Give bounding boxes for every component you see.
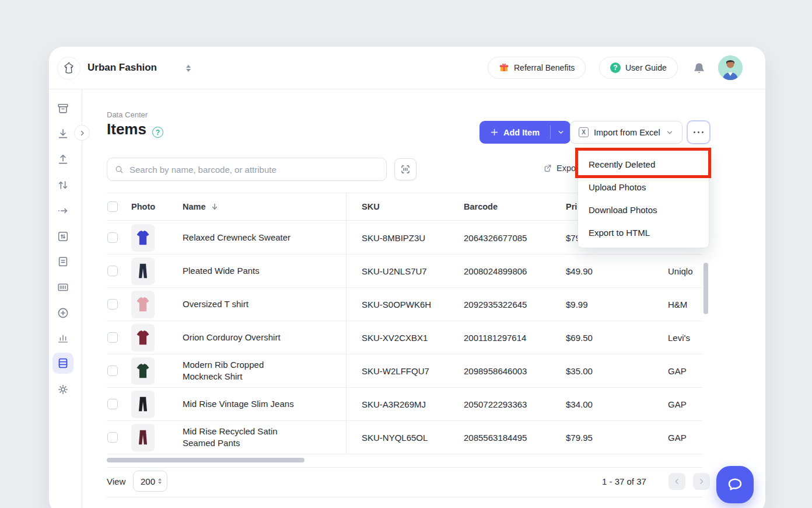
row-checkbox[interactable] bbox=[107, 399, 118, 409]
company-switcher[interactable] bbox=[185, 62, 192, 74]
item-name: Oversized T shirt bbox=[183, 288, 296, 321]
search-input[interactable] bbox=[130, 165, 379, 175]
menu-item-download-photos[interactable]: Download Photos bbox=[578, 199, 709, 221]
stack-icon bbox=[57, 357, 69, 370]
gear-icon bbox=[57, 383, 69, 396]
row-checkbox[interactable] bbox=[107, 366, 118, 376]
item-price: $9.99 bbox=[566, 288, 588, 321]
more-actions-menu: Recently Deleted Upload Photos Download … bbox=[578, 150, 709, 248]
item-sku: SKU-8MBIPZ3U bbox=[362, 221, 425, 254]
sidebar-item-create[interactable] bbox=[57, 307, 69, 319]
bar-chart-icon bbox=[57, 332, 69, 345]
column-header-barcode[interactable]: Barcode bbox=[464, 193, 498, 220]
caret-down-icon bbox=[186, 69, 191, 72]
column-header-price[interactable]: Pri bbox=[566, 193, 577, 220]
row-checkbox[interactable] bbox=[107, 299, 118, 309]
row-checkbox[interactable] bbox=[107, 266, 118, 276]
export-label: Expo bbox=[556, 163, 576, 173]
chat-widget-button[interactable] bbox=[716, 466, 754, 503]
page-size-select[interactable]: 200 bbox=[133, 471, 167, 492]
item-barcode: 2064326677085 bbox=[464, 221, 527, 254]
chevron-down-icon bbox=[666, 128, 674, 137]
table-row[interactable]: Modern Rib Cropped Mockneck Shirt SKU-W2… bbox=[107, 354, 702, 388]
column-header-photo[interactable]: Photo bbox=[131, 193, 155, 220]
previous-page-button[interactable] bbox=[668, 473, 685, 490]
export-button[interactable]: Expo bbox=[543, 163, 576, 173]
avatar[interactable] bbox=[718, 55, 743, 80]
barcode-icon bbox=[57, 281, 69, 294]
sidebar-item-adjust[interactable] bbox=[57, 230, 69, 243]
import-from-excel-label: Import from Excel bbox=[594, 128, 660, 137]
table-row[interactable]: Oversized T shirt SKU-S0OPWK6H 209293532… bbox=[107, 288, 702, 321]
chat-bubble-icon bbox=[726, 476, 744, 493]
arrow-right-icon bbox=[57, 204, 69, 217]
item-brand: GAP bbox=[668, 388, 687, 420]
add-item-button[interactable]: Add Item bbox=[480, 121, 570, 144]
item-barcode: 2050722293363 bbox=[464, 388, 527, 420]
item-barcode: 2008024899806 bbox=[464, 255, 527, 287]
referral-benefits-label: Referral Benefits bbox=[514, 63, 575, 72]
package-icon bbox=[57, 102, 69, 115]
excel-icon: X bbox=[579, 127, 589, 137]
add-item-label: Add Item bbox=[503, 128, 540, 137]
sidebar-item-barcode[interactable] bbox=[57, 281, 69, 294]
item-name: Modern Rib Cropped Mockneck Shirt bbox=[183, 354, 296, 387]
table-row[interactable]: Mid Rise Recycled Satin Seamed Pants SKU… bbox=[107, 421, 702, 454]
referral-benefits-button[interactable]: Referral Benefits bbox=[488, 57, 586, 79]
sidebar-item-notes[interactable] bbox=[57, 255, 69, 268]
add-item-dropdown-toggle[interactable] bbox=[551, 121, 570, 144]
sidebar-item-settings[interactable] bbox=[57, 383, 69, 396]
item-photo[interactable] bbox=[131, 291, 155, 318]
sidebar-item-data-center[interactable] bbox=[52, 353, 74, 374]
item-photo[interactable] bbox=[131, 424, 155, 451]
horizontal-scrollbar[interactable] bbox=[107, 458, 304, 462]
item-sku: SKU-NYQL65OL bbox=[362, 421, 428, 454]
row-checkbox[interactable] bbox=[107, 332, 118, 343]
column-header-sku[interactable]: SKU bbox=[362, 193, 380, 220]
sidebar-item-check-in[interactable] bbox=[57, 127, 69, 140]
menu-item-upload-photos[interactable]: Upload Photos bbox=[578, 176, 709, 199]
user-guide-button[interactable]: ? User Guide bbox=[599, 57, 678, 79]
item-photo[interactable] bbox=[131, 357, 155, 385]
breadcrumb: Data Center bbox=[107, 110, 148, 119]
sidebar-item-check-out[interactable] bbox=[57, 153, 69, 166]
select-all-checkbox[interactable] bbox=[107, 201, 118, 212]
plus-icon bbox=[490, 128, 499, 137]
import-from-excel-button[interactable]: X Import from Excel bbox=[570, 121, 682, 144]
company-name: Urban Fashion bbox=[88, 62, 157, 74]
barcode-scan-button[interactable] bbox=[394, 158, 416, 180]
item-photo[interactable] bbox=[131, 324, 155, 352]
user-guide-label: User Guide bbox=[625, 63, 667, 72]
next-page-button[interactable] bbox=[693, 473, 710, 490]
item-name: Orion Corduroy Overshirt bbox=[183, 321, 296, 354]
search-icon bbox=[114, 165, 124, 175]
item-photo[interactable] bbox=[131, 224, 155, 252]
table-row[interactable]: Mid Rise Vintage Slim Jeans SKU-A3R269MJ… bbox=[107, 388, 702, 421]
sidebar-expand-button[interactable] bbox=[74, 125, 90, 141]
sidebar-item-transfer[interactable] bbox=[57, 179, 69, 192]
ellipsis-icon bbox=[694, 131, 696, 134]
vertical-scrollbar[interactable] bbox=[704, 263, 708, 314]
row-checkbox[interactable] bbox=[107, 232, 118, 243]
sidebar-item-reports[interactable] bbox=[57, 332, 69, 345]
company-logo[interactable] bbox=[57, 57, 80, 80]
chevron-right-icon bbox=[698, 478, 705, 485]
table-row[interactable]: Orion Corduroy Overshirt SKU-XV2CXBX1 20… bbox=[107, 321, 702, 354]
menu-item-export-to-html[interactable]: Export to HTML bbox=[578, 221, 709, 244]
table-row[interactable]: Pleated Wide Pants SKU-U2NLS7U7 20080248… bbox=[107, 255, 702, 288]
box-arrows-icon bbox=[57, 230, 69, 243]
row-checkbox[interactable] bbox=[107, 432, 118, 443]
menu-item-recently-deleted[interactable]: Recently Deleted bbox=[578, 153, 709, 176]
more-actions-button[interactable] bbox=[687, 120, 710, 144]
column-header-name[interactable]: Name bbox=[183, 193, 219, 220]
search-box[interactable] bbox=[107, 158, 387, 181]
item-name: Pleated Wide Pants bbox=[183, 255, 296, 287]
sidebar-item-move[interactable] bbox=[57, 204, 69, 217]
notifications-button[interactable] bbox=[692, 61, 706, 79]
item-sku: SKU-W2LFFQU7 bbox=[362, 354, 429, 387]
item-photo[interactable] bbox=[131, 258, 155, 285]
item-photo[interactable] bbox=[131, 391, 155, 418]
items-help-icon[interactable]: ? bbox=[152, 127, 163, 138]
sidebar-item-package[interactable] bbox=[57, 102, 69, 115]
item-price: $34.00 bbox=[566, 388, 593, 420]
